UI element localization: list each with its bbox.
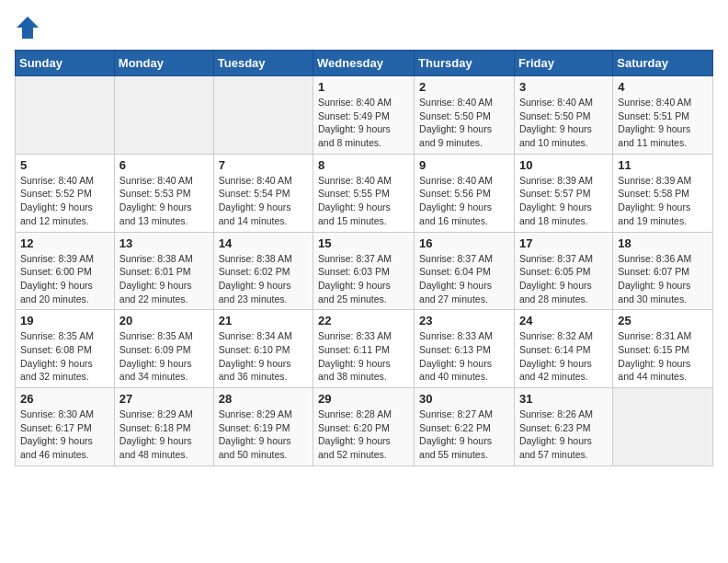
day-info: Sunrise: 8:38 AM Sunset: 6:02 PM Dayligh… xyxy=(219,252,308,306)
weekday-header-cell: Saturday xyxy=(613,51,713,76)
day-number: 26 xyxy=(20,392,109,406)
calendar-cell: 1Sunrise: 8:40 AM Sunset: 5:49 PM Daylig… xyxy=(313,76,415,155)
calendar-cell: 13Sunrise: 8:38 AM Sunset: 6:01 PM Dayli… xyxy=(114,232,213,310)
calendar-cell: 18Sunrise: 8:36 AM Sunset: 6:07 PM Dayli… xyxy=(613,232,713,310)
weekday-header-row: SundayMondayTuesdayWednesdayThursdayFrid… xyxy=(16,51,713,76)
day-info: Sunrise: 8:35 AM Sunset: 6:09 PM Dayligh… xyxy=(119,329,209,384)
day-info: Sunrise: 8:39 AM Sunset: 6:00 PM Dayligh… xyxy=(20,252,109,306)
calendar-cell: 16Sunrise: 8:37 AM Sunset: 6:04 PM Dayli… xyxy=(415,232,515,310)
calendar-cell: 25Sunrise: 8:31 AM Sunset: 6:15 PM Dayli… xyxy=(613,310,713,388)
calendar-cell: 6Sunrise: 8:40 AM Sunset: 5:53 PM Daylig… xyxy=(114,154,213,232)
day-info: Sunrise: 8:37 AM Sunset: 6:05 PM Dayligh… xyxy=(519,252,608,306)
day-number: 30 xyxy=(419,392,509,406)
calendar-cell: 31Sunrise: 8:26 AM Sunset: 6:23 PM Dayli… xyxy=(514,388,612,466)
day-info: Sunrise: 8:39 AM Sunset: 5:58 PM Dayligh… xyxy=(618,174,708,228)
day-number: 1 xyxy=(318,80,409,94)
calendar-cell xyxy=(213,76,313,155)
weekday-header-cell: Wednesday xyxy=(313,51,415,76)
day-number: 2 xyxy=(419,80,509,94)
calendar-cell xyxy=(114,76,213,155)
day-number: 4 xyxy=(618,80,708,94)
calendar-cell: 23Sunrise: 8:33 AM Sunset: 6:13 PM Dayli… xyxy=(415,310,515,388)
calendar-cell: 24Sunrise: 8:32 AM Sunset: 6:14 PM Dayli… xyxy=(514,310,612,388)
calendar-table: SundayMondayTuesdayWednesdayThursdayFrid… xyxy=(15,50,713,466)
calendar-week-row: 12Sunrise: 8:39 AM Sunset: 6:00 PM Dayli… xyxy=(16,232,713,310)
weekday-header-cell: Thursday xyxy=(415,51,515,76)
day-info: Sunrise: 8:36 AM Sunset: 6:07 PM Dayligh… xyxy=(618,252,708,306)
calendar-cell: 9Sunrise: 8:40 AM Sunset: 5:56 PM Daylig… xyxy=(415,154,515,232)
calendar-cell: 10Sunrise: 8:39 AM Sunset: 5:57 PM Dayli… xyxy=(514,154,612,232)
day-info: Sunrise: 8:37 AM Sunset: 6:04 PM Dayligh… xyxy=(419,252,509,306)
day-number: 5 xyxy=(20,158,109,172)
day-info: Sunrise: 8:40 AM Sunset: 5:53 PM Dayligh… xyxy=(119,174,209,228)
day-info: Sunrise: 8:27 AM Sunset: 6:22 PM Dayligh… xyxy=(419,408,509,462)
day-info: Sunrise: 8:33 AM Sunset: 6:13 PM Dayligh… xyxy=(419,329,509,384)
day-info: Sunrise: 8:29 AM Sunset: 6:18 PM Dayligh… xyxy=(119,408,209,462)
day-number: 12 xyxy=(20,236,109,250)
day-number: 13 xyxy=(119,236,209,250)
calendar-cell xyxy=(16,76,115,155)
calendar-cell: 27Sunrise: 8:29 AM Sunset: 6:18 PM Dayli… xyxy=(114,388,213,466)
day-number: 6 xyxy=(119,158,209,172)
svg-marker-1 xyxy=(28,17,39,39)
day-info: Sunrise: 8:40 AM Sunset: 5:51 PM Dayligh… xyxy=(618,96,708,150)
day-info: Sunrise: 8:40 AM Sunset: 5:52 PM Dayligh… xyxy=(20,174,109,228)
day-number: 17 xyxy=(519,236,608,250)
calendar-cell: 5Sunrise: 8:40 AM Sunset: 5:52 PM Daylig… xyxy=(16,154,115,232)
calendar-cell: 15Sunrise: 8:37 AM Sunset: 6:03 PM Dayli… xyxy=(313,232,415,310)
day-number: 23 xyxy=(419,314,509,327)
day-number: 29 xyxy=(318,392,409,406)
day-number: 31 xyxy=(519,392,608,406)
calendar-cell: 11Sunrise: 8:39 AM Sunset: 5:58 PM Dayli… xyxy=(613,154,713,232)
day-number: 14 xyxy=(219,236,308,250)
day-info: Sunrise: 8:31 AM Sunset: 6:15 PM Dayligh… xyxy=(618,329,708,384)
day-info: Sunrise: 8:28 AM Sunset: 6:20 PM Dayligh… xyxy=(318,408,409,462)
calendar-cell: 29Sunrise: 8:28 AM Sunset: 6:20 PM Dayli… xyxy=(313,388,415,466)
day-number: 11 xyxy=(618,158,708,172)
day-info: Sunrise: 8:40 AM Sunset: 5:50 PM Dayligh… xyxy=(519,96,608,150)
day-number: 7 xyxy=(219,158,308,172)
day-info: Sunrise: 8:38 AM Sunset: 6:01 PM Dayligh… xyxy=(119,252,209,306)
day-info: Sunrise: 8:40 AM Sunset: 5:56 PM Dayligh… xyxy=(419,174,509,228)
day-info: Sunrise: 8:26 AM Sunset: 6:23 PM Dayligh… xyxy=(519,408,608,462)
day-number: 10 xyxy=(519,158,608,172)
day-number: 18 xyxy=(618,236,708,250)
day-number: 8 xyxy=(318,158,409,172)
calendar-cell: 26Sunrise: 8:30 AM Sunset: 6:17 PM Dayli… xyxy=(16,388,115,466)
day-info: Sunrise: 8:34 AM Sunset: 6:10 PM Dayligh… xyxy=(219,329,308,384)
day-info: Sunrise: 8:33 AM Sunset: 6:11 PM Dayligh… xyxy=(318,329,409,384)
day-number: 22 xyxy=(318,314,409,327)
calendar-cell: 17Sunrise: 8:37 AM Sunset: 6:05 PM Dayli… xyxy=(514,232,612,310)
day-info: Sunrise: 8:29 AM Sunset: 6:19 PM Dayligh… xyxy=(219,408,308,462)
calendar-cell: 2Sunrise: 8:40 AM Sunset: 5:50 PM Daylig… xyxy=(415,76,515,155)
calendar-cell: 30Sunrise: 8:27 AM Sunset: 6:22 PM Dayli… xyxy=(415,388,515,466)
calendar-week-row: 26Sunrise: 8:30 AM Sunset: 6:17 PM Dayli… xyxy=(16,388,713,466)
day-number: 28 xyxy=(219,392,308,406)
logo xyxy=(15,15,44,40)
calendar-cell xyxy=(613,388,713,466)
day-number: 19 xyxy=(20,314,109,327)
calendar-cell: 14Sunrise: 8:38 AM Sunset: 6:02 PM Dayli… xyxy=(213,232,313,310)
calendar-cell: 7Sunrise: 8:40 AM Sunset: 5:54 PM Daylig… xyxy=(213,154,313,232)
calendar-week-row: 19Sunrise: 8:35 AM Sunset: 6:08 PM Dayli… xyxy=(16,310,713,388)
day-info: Sunrise: 8:35 AM Sunset: 6:08 PM Dayligh… xyxy=(20,329,109,384)
calendar-cell: 8Sunrise: 8:40 AM Sunset: 5:55 PM Daylig… xyxy=(313,154,415,232)
day-number: 20 xyxy=(119,314,209,327)
day-number: 3 xyxy=(519,80,608,94)
weekday-header-cell: Sunday xyxy=(16,51,115,76)
calendar-cell: 3Sunrise: 8:40 AM Sunset: 5:50 PM Daylig… xyxy=(514,76,612,155)
day-info: Sunrise: 8:40 AM Sunset: 5:54 PM Dayligh… xyxy=(219,174,308,228)
weekday-header-cell: Friday xyxy=(514,51,612,76)
weekday-header-cell: Tuesday xyxy=(213,51,313,76)
day-info: Sunrise: 8:40 AM Sunset: 5:50 PM Dayligh… xyxy=(419,96,509,150)
day-info: Sunrise: 8:40 AM Sunset: 5:49 PM Dayligh… xyxy=(318,96,409,150)
calendar-week-row: 5Sunrise: 8:40 AM Sunset: 5:52 PM Daylig… xyxy=(16,154,713,232)
calendar-cell: 20Sunrise: 8:35 AM Sunset: 6:09 PM Dayli… xyxy=(114,310,213,388)
calendar-cell: 19Sunrise: 8:35 AM Sunset: 6:08 PM Dayli… xyxy=(16,310,115,388)
logo-icon xyxy=(15,15,40,40)
day-number: 21 xyxy=(219,314,308,327)
calendar-body: 1Sunrise: 8:40 AM Sunset: 5:49 PM Daylig… xyxy=(16,76,713,466)
day-info: Sunrise: 8:37 AM Sunset: 6:03 PM Dayligh… xyxy=(318,252,409,306)
weekday-header-cell: Monday xyxy=(114,51,213,76)
day-info: Sunrise: 8:40 AM Sunset: 5:55 PM Dayligh… xyxy=(318,174,409,228)
